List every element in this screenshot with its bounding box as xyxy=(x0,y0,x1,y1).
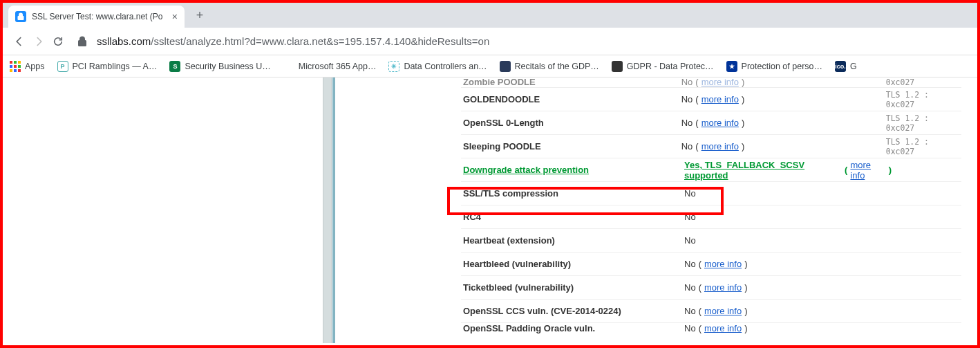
scroll-gutter xyxy=(323,77,332,343)
back-button[interactable] xyxy=(10,32,29,51)
row-value: Yes, TLS_FALLBACK_SCSV supported (more i… xyxy=(684,160,892,181)
report-row: OpenSSL Padding Oracle vuln.No (more inf… xyxy=(461,322,961,338)
microsoft-icon xyxy=(283,61,294,72)
report-row: Heartbeat (extension)No xyxy=(461,228,961,252)
new-tab-button[interactable]: + xyxy=(190,6,209,25)
bookmark-favicon: P xyxy=(57,61,68,72)
more-info-link[interactable]: more info xyxy=(701,118,739,128)
row-meta: TLS 1.2 : 0xc027 xyxy=(886,77,961,87)
bookmark-item[interactable]: ico.G xyxy=(835,61,857,72)
forward-button[interactable] xyxy=(29,32,48,51)
more-info-link[interactable]: more info xyxy=(701,94,739,104)
bookmark-item[interactable]: GDPR - Data Protec… xyxy=(612,61,714,72)
more-info-link[interactable]: more info xyxy=(701,141,739,152)
report-row: Zombie POODLENo (more info)TLS 1.2 : 0xc… xyxy=(461,77,961,87)
bookmark-item[interactable]: PPCI Ramblings — A… xyxy=(57,61,158,72)
tab-close-button[interactable]: × xyxy=(172,11,178,22)
bookmark-item[interactable]: Recitals of the GDP… xyxy=(500,61,599,72)
row-value: No (more info) xyxy=(684,282,892,293)
row-label: Heartbeat (extension) xyxy=(463,235,684,246)
row-label: Sleeping POODLE xyxy=(463,141,681,152)
row-label: GOLDENDOODLE xyxy=(463,94,681,104)
more-info-link[interactable]: more info xyxy=(701,77,739,87)
more-info-link[interactable]: more info xyxy=(704,323,742,333)
bookmark-favicon: ✳ xyxy=(388,61,399,72)
report-row: GOLDENDOODLENo (more info)TLS 1.2 : 0xc0… xyxy=(461,87,961,111)
page-content: Zombie POODLENo (more info)TLS 1.2 : 0xc… xyxy=(5,77,975,343)
row-value: No (more info) xyxy=(684,259,892,269)
row-label: OpenSSL 0-Length xyxy=(463,118,681,128)
eu-icon: ★ xyxy=(726,61,737,72)
ico-icon: ico. xyxy=(835,61,846,72)
more-info-link[interactable]: more info xyxy=(704,282,742,293)
browser-toolbar: ssllabs.com/ssltest/analyze.html?d=www.c… xyxy=(3,28,977,55)
more-info-link[interactable]: more info xyxy=(850,160,885,181)
report-row: Heartbleed (vulnerability)No (more info) xyxy=(461,252,961,275)
row-label: OpenSSL Padding Oracle vuln. xyxy=(463,323,684,333)
address-bar[interactable]: ssllabs.com/ssltest/analyze.html?d=www.c… xyxy=(77,31,970,52)
lock-favicon xyxy=(15,11,26,22)
row-value: No (more info) xyxy=(681,94,886,104)
browser-tab[interactable]: SSL Server Test: www.clara.net (Po × xyxy=(8,6,185,28)
row-value: No (more info) xyxy=(681,141,886,152)
row-meta: TLS 1.2 : 0xc027 xyxy=(886,90,961,109)
report-row: OpenSSL CCS vuln. (CVE-2014-0224)No (mor… xyxy=(461,299,961,322)
report-row: Ticketbleed (vulnerability)No (more info… xyxy=(461,275,961,299)
browser-tab-bar: SSL Server Test: www.clara.net (Po × + xyxy=(3,3,977,28)
row-meta: TLS 1.2 : 0xc027 xyxy=(886,113,961,133)
row-meta: TLS 1.2 : 0xc027 xyxy=(886,137,961,156)
bookmark-favicon xyxy=(612,61,623,72)
row-value: No (more info) xyxy=(681,77,886,87)
row-value: No (more info) xyxy=(684,323,892,333)
report-row: Downgrade attack preventionYes, TLS_FALL… xyxy=(461,158,961,181)
bookmark-item[interactable]: SSecurity Business U… xyxy=(169,61,270,72)
accent-bar xyxy=(332,77,335,343)
highlight-box xyxy=(447,187,724,215)
bookmark-item[interactable]: ★Protection of perso… xyxy=(726,61,822,72)
lock-icon xyxy=(77,36,87,47)
bookmark-favicon xyxy=(500,61,511,72)
report-row: OpenSSL 0-LengthNo (more info)TLS 1.2 : … xyxy=(461,111,961,134)
row-value: No (more info) xyxy=(681,118,886,128)
more-info-link[interactable]: more info xyxy=(704,306,742,316)
url-text: ssllabs.com/ssltest/analyze.html?d=www.c… xyxy=(97,35,489,47)
reload-button[interactable] xyxy=(48,32,68,51)
row-label: Zombie POODLE xyxy=(463,77,681,87)
row-label: Downgrade attack prevention xyxy=(463,165,684,175)
apps-icon xyxy=(10,61,21,72)
bookmark-favicon: S xyxy=(169,61,180,72)
row-label: OpenSSL CCS vuln. (CVE-2014-0224) xyxy=(463,306,684,316)
row-value: No xyxy=(684,235,892,246)
bookmark-item[interactable]: ✳Data Controllers an… xyxy=(388,61,487,72)
tab-title: SSL Server Test: www.clara.net (Po xyxy=(32,12,168,21)
bookmarks-bar: Apps PPCI Ramblings — A… SSecurity Busin… xyxy=(3,55,977,77)
report-row: Sleeping POODLENo (more info)TLS 1.2 : 0… xyxy=(461,134,961,158)
more-info-link[interactable]: more info xyxy=(704,259,742,269)
bookmark-item[interactable]: Microsoft 365 App… xyxy=(283,61,377,72)
row-value: No (more info) xyxy=(684,306,892,316)
row-label: Heartbleed (vulnerability) xyxy=(463,259,684,269)
apps-button[interactable]: Apps xyxy=(10,61,45,72)
row-label: Ticketbleed (vulnerability) xyxy=(463,282,684,293)
